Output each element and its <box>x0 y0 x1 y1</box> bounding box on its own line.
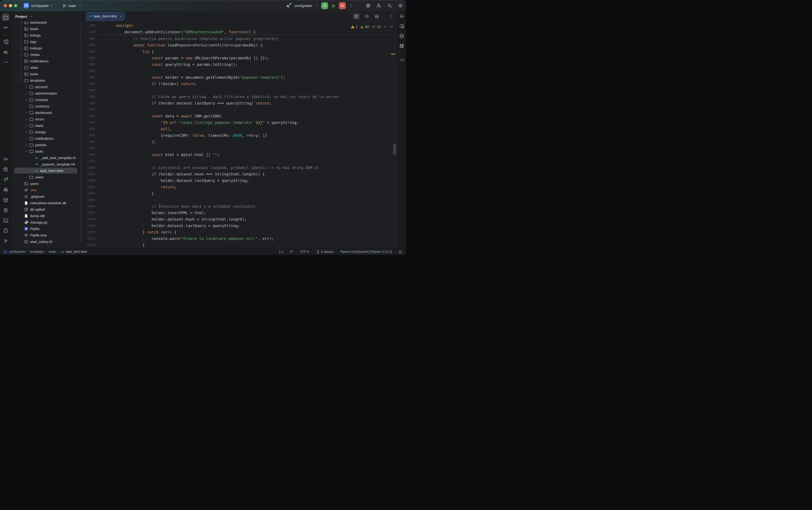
code-line-984[interactable]: 984 const queryString = params.toString(… <box>84 61 397 68</box>
tree-item-db.sqlite3[interactable]: db.sqlite3 <box>11 206 84 213</box>
chevron-down-icon[interactable] <box>19 79 23 83</box>
code-viewport[interactable]: 980 // Funcția pentru încărcarea templat… <box>84 35 397 248</box>
chevron-none[interactable] <box>19 214 23 218</box>
close-window-button[interactable] <box>4 4 7 7</box>
chevron-none[interactable] <box>19 195 23 199</box>
code-line-1001[interactable]: 1001 if (holder.dataset.hash === String(… <box>84 171 397 177</box>
line-number[interactable]: 996 <box>84 139 97 145</box>
editor-options-button[interactable] <box>388 13 394 20</box>
code-line-1010[interactable]: 1010 } catch (err) { <box>84 229 397 235</box>
chevron-none[interactable] <box>30 162 34 166</box>
code-line-993[interactable]: 993 "{% url 'tasks:listings_popover_temp… <box>84 119 397 126</box>
code-line-1002[interactable]: 1002 holder.dataset.lastQuery = queryStr… <box>84 177 397 184</box>
line-separator[interactable]: LF <box>290 250 294 254</box>
chevron-down-icon[interactable] <box>30 15 33 18</box>
line-number[interactable]: 997 <box>84 145 97 151</box>
code-line-980[interactable]: 980 // Funcția pentru încărcarea templat… <box>84 35 397 42</box>
ai-assistant-button[interactable] <box>366 3 370 8</box>
line-number[interactable]: 1002 <box>84 177 97 184</box>
stripe-item-problems-tool[interactable] <box>2 227 9 234</box>
chevron-right-icon[interactable] <box>19 182 23 186</box>
chevron-right-icon[interactable] <box>24 85 28 89</box>
code-line-991[interactable]: 991 <box>84 106 397 113</box>
project-panel-title[interactable]: Project <box>15 15 27 19</box>
line-number[interactable]: 986 <box>84 74 97 81</box>
tree-item-lookups[interactable]: lookups <box>11 45 84 51</box>
stripe-item-run-tool[interactable] <box>2 176 9 183</box>
code-line-999[interactable]: 999 <box>84 158 397 165</box>
error-stripe-warning-mark[interactable] <box>391 54 395 55</box>
tree-item-Pipfile[interactable]: Pipfile <box>11 225 84 232</box>
stop-button[interactable] <box>339 2 346 9</box>
chevron-none[interactable] <box>19 188 23 192</box>
tree-item-administration[interactable]: administration <box>11 90 84 96</box>
tree-item-.env[interactable]: .env <box>11 187 84 193</box>
code-line-1005[interactable]: 1005 <box>84 197 397 203</box>
chevron-none[interactable] <box>19 220 23 224</box>
line-number[interactable]: 1007 <box>84 209 97 216</box>
chevron-right-icon[interactable] <box>24 111 28 115</box>
debug-button[interactable] <box>330 2 337 9</box>
chevron-right-icon[interactable] <box>19 46 23 50</box>
chevron-right-icon[interactable] <box>24 130 28 134</box>
chevron-right-icon[interactable] <box>24 98 28 102</box>
chevron-right-icon[interactable] <box>19 65 23 69</box>
tree-item-users[interactable]: users <box>11 174 84 180</box>
chevron-none[interactable] <box>19 201 23 205</box>
chevron-right-icon[interactable] <box>19 33 23 37</box>
stripe-item-python-console-tool[interactable] <box>2 186 9 194</box>
code-line-992[interactable]: 992 const data = await CRM.getJSON( <box>84 113 397 119</box>
code-line-1012[interactable]: 1012 } <box>84 242 397 248</box>
stripe-item-plugins-tool[interactable] <box>398 42 405 50</box>
chevron-none[interactable] <box>19 207 23 211</box>
stripe-item-database-tool[interactable] <box>398 32 405 39</box>
line-number[interactable]: 993 <box>84 119 97 126</box>
tree-item-templates[interactable]: templates <box>11 77 84 84</box>
chevron-none[interactable] <box>30 156 34 160</box>
resolved-problems[interactable]: 13 <box>372 24 381 29</box>
stripe-item-python-packages-tool[interactable] <box>2 196 9 204</box>
line-number[interactable]: 983 <box>84 55 97 61</box>
line-number[interactable]: 990 <box>84 100 97 106</box>
chevron-right-icon[interactable] <box>19 22 23 24</box>
code-line-987[interactable]: 987 if (!holder) return; <box>84 81 397 87</box>
code-line-1003[interactable]: 1003 return; <box>84 184 397 190</box>
tree-item-.gitignore[interactable]: .gitignore <box>11 193 84 200</box>
line-number[interactable]: 982 <box>84 48 97 55</box>
code-line-1004[interactable]: 1004 } <box>84 190 397 197</box>
line-number[interactable]: 389 <box>84 22 97 29</box>
minimize-window-button[interactable] <box>9 4 12 7</box>
stripe-item-structure-tool[interactable] <box>2 38 9 46</box>
tree-item-Pipfile.lock[interactable]: Pipfile.lock <box>11 232 84 238</box>
tree-item-dashboard[interactable]: dashboard <box>11 109 84 116</box>
tab-task-form[interactable]: <> task_form.html × <box>86 12 125 21</box>
chevron-none[interactable] <box>19 233 23 237</box>
indent-style[interactable]: 4 spaces <box>315 250 334 254</box>
line-number[interactable]: 988 <box>84 87 97 93</box>
chevron-none[interactable] <box>30 169 34 173</box>
code-line-996[interactable]: 996 ); <box>84 139 397 145</box>
chevron-none[interactable] <box>19 227 23 231</box>
editor-scrollbar[interactable] <box>393 144 396 155</box>
code-line-1011[interactable]: 1011 console.warn("Eroare la încărcare p… <box>84 235 397 242</box>
line-number[interactable]: 1005 <box>84 197 97 203</box>
stripe-item-terminal-tool[interactable] <box>2 217 9 224</box>
chevron-down-icon[interactable] <box>24 149 28 153</box>
chevron-right-icon[interactable] <box>19 40 23 44</box>
chevron-none[interactable] <box>19 240 23 244</box>
line-number[interactable]: 981 <box>84 42 97 48</box>
prev-problem-button[interactable] <box>383 25 387 29</box>
more-run-actions-button[interactable] <box>348 2 355 9</box>
line-number[interactable]: 1003 <box>84 184 97 190</box>
tree-item-listings[interactable]: listings <box>11 32 84 38</box>
weak-warnings[interactable]: 82 <box>360 25 369 29</box>
line-number[interactable]: 992 <box>84 113 97 119</box>
strong-warnings[interactable]: 1 <box>351 25 358 29</box>
chevron-right-icon[interactable] <box>24 123 28 128</box>
tree-item-task_form.html[interactable]: <>task_form.html <box>11 167 84 174</box>
line-number[interactable]: 1011 <box>84 235 97 242</box>
branch-switcher[interactable]: main <box>63 4 82 8</box>
readonly-toggle[interactable] <box>398 250 402 254</box>
line-number[interactable]: 980 <box>84 35 97 42</box>
stripe-item-ai-assistant-tool[interactable] <box>398 23 405 30</box>
